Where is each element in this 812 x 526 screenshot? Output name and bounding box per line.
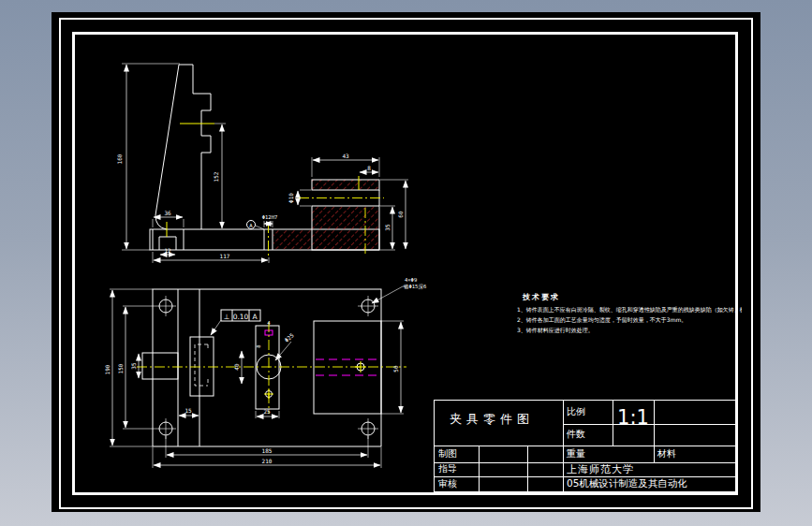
callout-line1: 4×Φ9: [405, 277, 417, 283]
callout-line2: 锪Φ15深6: [404, 284, 426, 290]
dim-sec-h2: 60: [397, 211, 404, 218]
scale-label: 比例: [567, 405, 585, 418]
checker-label: 审核: [438, 477, 457, 490]
dim-side-hole: Φ12H7: [262, 214, 278, 220]
material-label: 材料: [657, 447, 676, 460]
dim-sec-h1: 35: [384, 224, 391, 231]
gdt-frame: ⊥ 0.10 A: [211, 310, 260, 335]
dim-side-inner: 152: [213, 171, 219, 182]
dim-plan-height: 190: [104, 364, 111, 374]
notes-title: 技术要求: [523, 292, 742, 302]
dim-plan-mid-gap: 40: [233, 363, 240, 371]
scale-value: 1:1: [613, 406, 654, 429]
datum-a-label: A: [249, 223, 253, 228]
org-name: 上海师范大学: [567, 462, 634, 476]
dim-sec-step: 8: [367, 165, 371, 171]
drawing-title: 夹具零件图: [450, 411, 534, 428]
dim-sec-bore: Φ10: [288, 193, 294, 203]
dim-plan-strip: 15: [185, 407, 192, 414]
section-view: 43 8 Φ10 35 60: [273, 153, 408, 255]
dim-plan-bore: Φ25: [283, 331, 295, 343]
dim-plan-left-block: 35: [130, 362, 137, 370]
dim-plan-mid-width: 25: [263, 408, 271, 415]
dim-side-height: 160: [116, 153, 123, 164]
gdt-datum: A: [252, 313, 258, 321]
gdt-value: 0.10: [233, 313, 249, 321]
hole-callout: 4×Φ9 锪Φ15深6: [372, 277, 426, 303]
dim-plan-slot-depth: 8: [256, 344, 261, 347]
weight-label: 重量: [567, 447, 585, 460]
dim-plan-hole-span-h: 185: [262, 447, 273, 454]
dim-side-foot: 12: [164, 247, 171, 254]
dim-plan-slot-width: 4: [267, 320, 271, 326]
note-item: 2、铸件各加工面的工艺余量均匀适度，予留时效量，不大于3mm。: [517, 314, 742, 325]
advisor-label: 指导: [438, 462, 457, 475]
dim-sec-width: 43: [342, 153, 349, 159]
dim-side-base-width: 117: [220, 253, 230, 259]
dim-side-top-base: 36: [164, 210, 171, 216]
corner-holes: [155, 296, 378, 439]
technical-notes: 技术要求 1、铸件表面上不应有白斑冷隔、裂纹、缩孔和穿透性缺陷及严重的残缺类缺陷…: [517, 292, 742, 335]
gdt-symbol: ⊥: [224, 313, 230, 321]
title-block: 夹具零件图 比例 1:1 件数 制图 重量 材料 指导 上海师范大学 审核 05…: [434, 400, 738, 492]
note-item: 3、铸件材料应进行时效处理。: [517, 325, 742, 335]
dim-plan-hole-span-v: 150: [117, 363, 124, 373]
dim-plan-width: 210: [262, 458, 273, 464]
dept-name: 05机械设计制造及其自动化: [567, 477, 687, 490]
note-item: 1、铸件表面上不应有白斑冷隔、裂纹、缩孔和穿透性缺陷及严重的残缺类缺陷（如欠铸、…: [517, 304, 742, 314]
qty-label: 件数: [567, 428, 585, 441]
drafter-label: 制图: [438, 447, 457, 460]
plan-view: ⊥ 0.10 A 4×Φ9 锪Φ15深6 Φ25 190 150 35: [104, 277, 426, 468]
app-background: 160 152 36 12 117 Φ12H7 A: [0, 0, 812, 526]
dim-plan-right-square: 50: [392, 365, 399, 373]
